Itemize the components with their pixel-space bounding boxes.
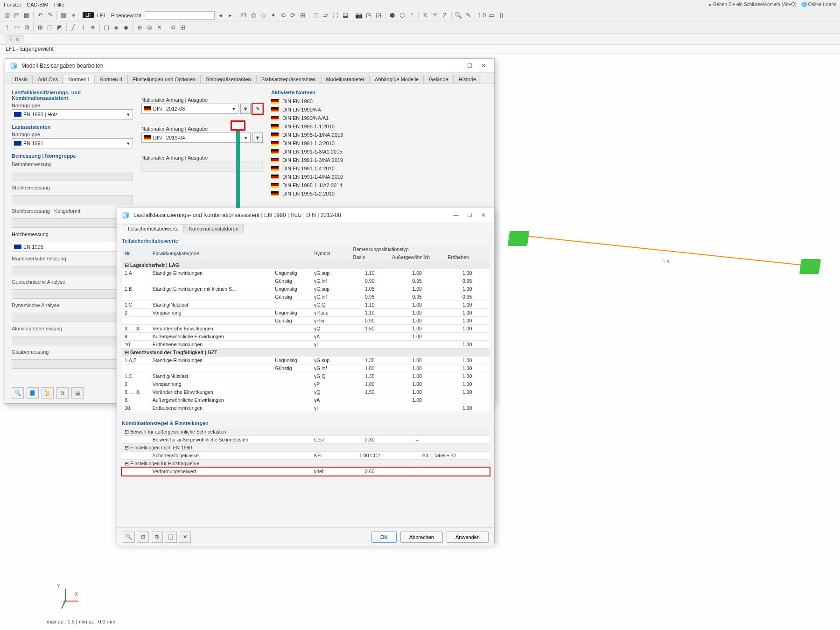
tb2-c-icon[interactable]: ⧉ xyxy=(22,23,31,32)
ico-c-icon[interactable]: ◇ xyxy=(259,11,267,20)
d1-tab-stab[interactable]: Stabrepräsentanten xyxy=(201,75,256,84)
d1-tab-abh[interactable]: Abhängige Modelle xyxy=(370,75,424,84)
d2-foot-delete-icon[interactable]: ✕ xyxy=(179,532,191,543)
tb-new-icon[interactable]: ▥ xyxy=(3,11,11,20)
table-row[interactable]: 1.CStändig/NutzlastγG,Q1.351.001.00 xyxy=(122,372,490,380)
d1-tab-hist[interactable]: Historie xyxy=(454,75,481,84)
ico-pick-icon[interactable]: ✎ xyxy=(464,11,472,20)
table-combination-settings[interactable]: ⊟ Beiwert für außergewöhnliche Schneelas… xyxy=(122,428,490,476)
apply-button[interactable]: Anwenden xyxy=(447,532,489,543)
d2-foot-search-icon[interactable]: 🔍 xyxy=(123,532,135,543)
table-row[interactable]: 9.Außergewöhnliche EinwirkungenγA1.00 xyxy=(122,396,490,404)
ico-dim1-icon[interactable]: 1.0 xyxy=(477,11,486,20)
tb-save-icon[interactable]: ▦ xyxy=(22,11,31,20)
ico-n-icon[interactable]: ⬢ xyxy=(388,11,396,20)
d1-foot-book-icon[interactable]: 📘 xyxy=(27,387,39,399)
tb-redo-icon[interactable]: ↷ xyxy=(46,11,54,20)
tab-close-icon[interactable]: ✕ xyxy=(15,37,19,42)
ico-o-icon[interactable]: ⬡ xyxy=(398,11,406,20)
d2-foot-copy-icon[interactable]: ⧉ xyxy=(151,532,163,543)
nav-next-icon[interactable]: ▸ xyxy=(226,11,234,20)
table-row[interactable]: 1.AStändige EinwirkungenUngünstigγG,sup1… xyxy=(122,269,490,277)
table-row[interactable]: 3. … 8.Veränderliche EinwirkungenγQ1.501… xyxy=(122,325,490,333)
table-row[interactable]: GünstigγP,inf0.901.001.00 xyxy=(122,317,490,325)
tb2-e-icon[interactable]: ◫ xyxy=(46,23,54,32)
annex2-filter-icon[interactable]: ▼ xyxy=(252,133,263,143)
tb2-l-icon[interactable]: ◆ xyxy=(122,23,130,32)
r2a-row[interactable]: Beiwert für außergewöhnliche Schneelaste… xyxy=(122,436,490,444)
table-row[interactable]: 10.ErdbebeneinwirkungenγI1.00 xyxy=(122,404,490,412)
sel-normgruppe2[interactable]: EN 1991▾ xyxy=(12,138,133,148)
ico-l-icon[interactable]: ◳ xyxy=(364,11,373,20)
ico-i-icon[interactable]: ▱ xyxy=(322,11,330,20)
dialog1-min-icon[interactable]: — xyxy=(450,63,462,69)
table-row[interactable]: ⊟ Grenzzustand der Tragfähigkeit | GZT xyxy=(122,349,490,357)
ico-m-icon[interactable]: ◲ xyxy=(374,11,383,20)
dialog2-min-icon[interactable]: — xyxy=(450,212,462,218)
menu-cadbim[interactable]: CAD-BIM xyxy=(27,2,48,7)
dialog2-max-icon[interactable]: ☐ xyxy=(464,212,476,218)
sel-en1995[interactable]: EN 1995▾ xyxy=(12,242,133,252)
ico-g-icon[interactable]: ⊞ xyxy=(298,11,307,20)
ico-j-icon[interactable]: ⬚ xyxy=(331,11,340,20)
dialog2-close-icon[interactable]: ✕ xyxy=(477,212,490,218)
loadcase-select[interactable] xyxy=(145,11,215,20)
tb2-a-icon[interactable]: ⟟ xyxy=(3,23,11,32)
tb2-d-icon[interactable]: ⊞ xyxy=(36,23,44,32)
d1-foot-script-icon[interactable]: 📜 xyxy=(42,387,54,399)
tb2-f-icon[interactable]: ◩ xyxy=(56,23,64,32)
tb2-i-icon[interactable]: ≡ xyxy=(89,23,97,32)
dialog1-titlebar[interactable]: 🧊 Modell-Basisangaben bearbeiten — ☐ ✕ xyxy=(5,59,494,73)
table-row[interactable]: 9.Außergewöhnliche EinwirkungenγA1.00 xyxy=(122,333,490,341)
dialog1-close-icon[interactable]: ✕ xyxy=(477,63,490,69)
d2-tab-tsb[interactable]: Teilsicherheitsbeiwerte xyxy=(122,224,184,233)
sel-normgruppe1[interactable]: EN 1990 | Holz▾ xyxy=(12,109,133,119)
d2-foot-excel-icon[interactable]: ⊞ xyxy=(137,532,149,543)
tb2-k-icon[interactable]: ◈ xyxy=(112,23,120,32)
ico-p-icon[interactable]: ⟟ xyxy=(407,11,416,20)
ico-a-icon[interactable]: ⛁ xyxy=(239,11,248,20)
tb2-g-icon[interactable]: ╱ xyxy=(69,23,77,32)
d1-tab-basis[interactable]: Basis xyxy=(10,75,33,84)
table-row[interactable]: 2.VorspannungγP1.001.001.00 xyxy=(122,380,490,388)
tb2-j-icon[interactable]: ▢ xyxy=(102,23,111,32)
d1-tab-addons[interactable]: Add-Ons xyxy=(33,75,63,84)
d1-tab-normen2[interactable]: Normen II xyxy=(95,75,127,84)
tb-undo-icon[interactable]: ↶ xyxy=(36,11,44,20)
ico-f-icon[interactable]: ⟳ xyxy=(288,11,297,20)
tb-open-icon[interactable]: ▤ xyxy=(13,11,21,20)
menu-fenster[interactable]: Fenster xyxy=(4,2,21,7)
table-row[interactable]: 1.CStändig/NutzlastγG,Q1.101.001.00 xyxy=(122,301,490,309)
annex1-filter-icon[interactable]: ▼ xyxy=(240,104,251,114)
sel-annex2[interactable]: DIN | 2019-04▾ xyxy=(141,133,251,143)
tb-grid-icon[interactable]: ▦ xyxy=(59,11,68,20)
d1-tab-normen1[interactable]: Normen I xyxy=(63,75,94,84)
ico-dim3-icon[interactable]: ▯ xyxy=(497,11,505,20)
tb2-p-icon[interactable]: ⟲ xyxy=(168,23,177,32)
r2b-row[interactable]: Schadensfolgeklasse KFI 1.00 CC2 B3.1 Ta… xyxy=(122,452,490,460)
d1-tab-stabsatz[interactable]: Stabsatzrepräsentanten xyxy=(256,75,321,84)
ico-zoom-icon[interactable]: 🔍 xyxy=(454,11,462,20)
sel-annex1[interactable]: DIN | 2012-08▾ xyxy=(141,104,238,114)
table-row[interactable]: GünstigγG,inf0.950.950.95 xyxy=(122,293,490,301)
table-row[interactable]: 10.ErdbebeneinwirkungenγI1.00 xyxy=(122,341,490,349)
table-row[interactable]: 3. … 8.Veränderliche EinwirkungenγQ1.501… xyxy=(122,388,490,396)
r2c-row-kdef[interactable]: Verformungsbeiwert kdef 0.60 -- xyxy=(122,468,490,476)
table-row[interactable]: 2.VorspannungUngünstigγP,sup1.101.001.00 xyxy=(122,309,490,317)
table-row[interactable]: 1.A,BStändige EinwirkungenUngünstigγG,su… xyxy=(122,357,490,364)
keyword-hint[interactable]: ▸ Geben Sie ein Schlüsselwort ein (Alt+Q… xyxy=(709,2,796,7)
menu-hilfe[interactable]: Hilfe xyxy=(54,2,64,7)
tb2-o-icon[interactable]: ✕ xyxy=(155,23,163,32)
ico-b-icon[interactable]: ◍ xyxy=(249,11,258,20)
tb2-h-icon[interactable]: ⌇ xyxy=(79,23,87,32)
d1-tab-einst[interactable]: Einstellungen und Optionen xyxy=(127,75,201,84)
d1-tab-gel[interactable]: Gelände xyxy=(424,75,454,84)
table-safety-factors[interactable]: Nr. Einwirkungskategorie Symbol Bemessun… xyxy=(122,245,490,412)
ico-d-icon[interactable]: ✦ xyxy=(269,11,277,20)
ico-e-icon[interactable]: ⟲ xyxy=(279,11,287,20)
dialog1-max-icon[interactable]: ☐ xyxy=(464,63,476,69)
table-row[interactable]: GünstigγG,inf1.001.001.00 xyxy=(122,364,490,372)
tb-snap-icon[interactable]: ⌖ xyxy=(69,11,77,20)
ico-dim2-icon[interactable]: ▭ xyxy=(487,11,496,20)
d2-foot-paste-icon[interactable]: 📋 xyxy=(165,532,177,543)
